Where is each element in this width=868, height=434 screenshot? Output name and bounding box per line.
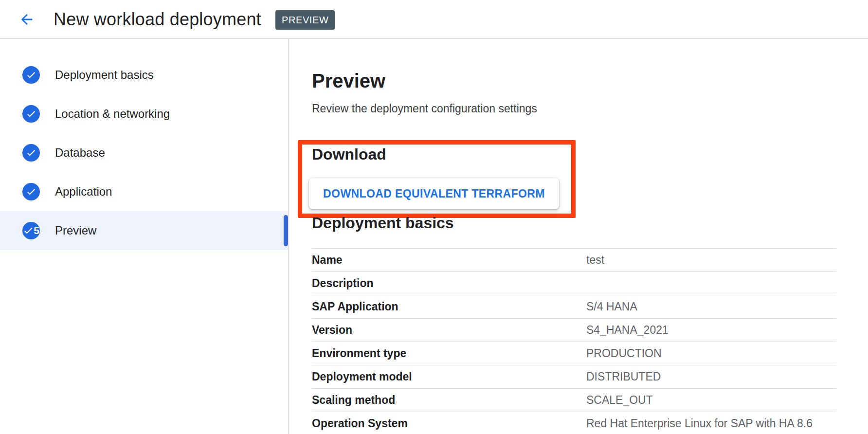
row-label: Description: [312, 277, 586, 290]
row-label: Deployment model: [312, 370, 586, 383]
row-label: Version: [312, 324, 586, 337]
check-icon: [26, 186, 36, 197]
stepper-item[interactable]: Application: [0, 172, 288, 211]
table-row: Operation System Red Hat Enterprise Linu…: [312, 412, 836, 434]
active-step-indicator-bar: [284, 215, 288, 246]
download-heading: Download: [312, 146, 386, 162]
row-label: Scaling method: [312, 394, 586, 407]
table-row: Description: [312, 271, 836, 295]
preview-badge: PREVIEW: [275, 10, 335, 30]
check-icon: [23, 225, 34, 236]
row-label: Operation System: [312, 417, 586, 430]
step-label: Location & networking: [55, 107, 170, 121]
row-value: DISTRIBUTED: [586, 370, 836, 383]
stepper-item[interactable]: 5 Preview: [0, 211, 288, 250]
check-icon: [26, 70, 36, 80]
header: New workload deployment PREVIEW: [0, 0, 868, 39]
stepper-item[interactable]: Deployment basics: [0, 55, 288, 94]
main-subtitle: Review the deployment configuration sett…: [312, 102, 537, 115]
check-icon: [26, 147, 36, 158]
table-row: Deployment model DISTRIBUTED: [312, 365, 836, 388]
download-terraform-button[interactable]: DOWNLOAD EQUIVALENT TERRAFORM: [309, 178, 559, 209]
stepper-sidebar: Deployment basics Location & networking: [0, 39, 289, 434]
row-value: S/4 HANA: [586, 300, 836, 313]
stepper-item[interactable]: Location & networking: [0, 94, 288, 133]
back-button[interactable]: [18, 10, 36, 29]
deployment-basics-table: Name test Description SAP Application S/…: [312, 248, 836, 434]
table-row: SAP Application S/4 HANA: [312, 295, 836, 318]
page-title: New workload deployment: [54, 0, 261, 39]
step-number: 5: [34, 225, 39, 236]
table-row: Name test: [312, 248, 836, 271]
row-label: Environment type: [312, 347, 586, 360]
table-row: Scaling method SCALE_OUT: [312, 388, 836, 412]
arrow-back-icon: [18, 11, 35, 28]
step-status-icon: [22, 144, 40, 162]
step-status-icon: [22, 183, 40, 200]
row-value: S4_HANA_2021: [586, 324, 836, 337]
table-row: Version S4_HANA_2021: [312, 318, 836, 342]
step-status-icon: [22, 105, 40, 123]
new-workload-deployment-page: New workload deployment PREVIEW Deployme…: [0, 0, 868, 434]
main-heading: Preview: [312, 71, 385, 90]
step-label: Application: [55, 185, 112, 199]
row-label: Name: [312, 253, 586, 267]
row-label: SAP Application: [312, 300, 586, 313]
row-value: Red Hat Enterprise Linux for SAP with HA…: [586, 417, 836, 430]
step-label: Deployment basics: [55, 68, 154, 82]
deployment-basics-heading: Deployment basics: [312, 215, 454, 231]
row-value: SCALE_OUT: [586, 394, 836, 407]
step-status-icon: 5: [22, 222, 40, 239]
table-row: Environment type PRODUCTION: [312, 342, 836, 365]
row-value: PRODUCTION: [586, 347, 836, 360]
step-label: Database: [55, 146, 105, 160]
step-status-icon: [22, 66, 40, 84]
row-value: test: [586, 253, 836, 267]
step-label: Preview: [55, 224, 96, 237]
check-icon: [26, 108, 36, 119]
stepper-item[interactable]: Database: [0, 133, 288, 172]
